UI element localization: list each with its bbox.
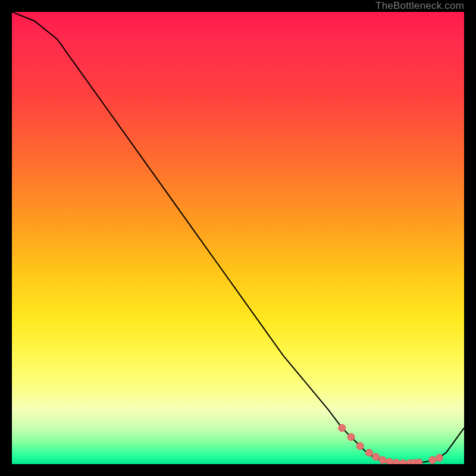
curve-svg	[12, 12, 464, 464]
curve-marker	[365, 449, 372, 456]
chart-frame: TheBottleneck.com	[0, 0, 476, 476]
curve-marker	[386, 458, 393, 464]
curve-markers	[339, 424, 443, 464]
plot-area	[12, 12, 464, 464]
curve-marker	[415, 459, 422, 464]
bottleneck-curve	[12, 12, 464, 464]
curve-marker	[393, 459, 400, 464]
curve-marker	[372, 453, 380, 461]
curve-marker	[399, 460, 406, 465]
watermark-text: TheBottleneck.com	[375, 0, 464, 12]
curve-marker	[379, 456, 386, 464]
curve-marker	[339, 424, 346, 431]
curve-marker	[356, 443, 364, 450]
curve-marker	[347, 433, 355, 440]
curve-marker	[436, 454, 443, 461]
curve-marker	[429, 456, 436, 464]
